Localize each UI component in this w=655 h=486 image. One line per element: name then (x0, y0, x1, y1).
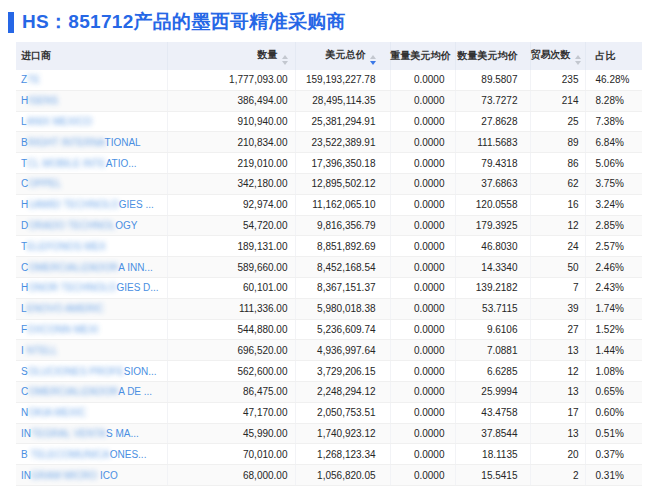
importer-name-masked: OXCONN MEXI (27, 324, 98, 335)
cell-usd: 2,248,294.12 (295, 381, 390, 402)
cell-share: 2.85% (585, 215, 642, 236)
col-header-qty[interactable]: 数量 (167, 42, 295, 70)
importer-link[interactable]: LANIX MEXICO (21, 116, 92, 127)
importer-link[interactable]: SOLUCIONES PROFESION... (21, 366, 157, 377)
cell-usd: 8,851,892.69 (295, 236, 390, 257)
importer-link[interactable]: DORADO TECHNOLOGY (21, 220, 138, 231)
importer-link[interactable]: INGRAM MICRO ICO (21, 470, 118, 481)
cell-weight_avg: 0.0000 (390, 298, 455, 319)
cell-usd: 4,936,997.64 (295, 340, 390, 361)
col-header-label: 数量 (258, 49, 278, 60)
table-row: NOKIA MEXIC47,170.002,050,753.510.000043… (16, 402, 642, 423)
importer-link[interactable]: HONOR TECHNOLOGIES D... (21, 282, 159, 293)
sort-caret-icon[interactable] (370, 55, 376, 65)
importer-name-suffix: TIONAL (105, 137, 141, 148)
table-row: SOLUCIONES PROFESION...562,600.003,729,2… (16, 361, 642, 382)
sort-caret-down-icon (575, 61, 581, 65)
importer-link[interactable]: FOXCONN MEXI (21, 324, 98, 335)
cell-usd: 9,816,356.79 (295, 215, 390, 236)
cell-qty_avg: 37.8544 (455, 423, 530, 444)
cell-trades: 86 (530, 153, 585, 174)
cell-usd: 11,162,065.10 (295, 194, 390, 215)
importer-name-masked: OMERCIALIZADOR (28, 386, 118, 397)
col-header-weight_avg: 重量美元均价 (390, 42, 455, 70)
cell-importer: FOXCONN MEXI (16, 319, 167, 340)
cell-usd: 23,522,389.91 (295, 132, 390, 153)
importer-link[interactable]: INTEGRAL VENTAS MA... (21, 428, 139, 439)
cell-importer: INTEGRAL VENTAS MA... (16, 423, 167, 444)
table-row: HUAWEI TECHNOLOGIES ...92,974.0011,162,0… (16, 194, 642, 215)
cell-importer: HUAWEI TECHNOLOGIES ... (16, 194, 167, 215)
sort-caret-up-icon (282, 55, 288, 59)
importer-link[interactable]: COMERCIALIZADORA DE ... (21, 386, 152, 397)
cell-usd: 159,193,227.78 (295, 70, 390, 90)
importer-name-masked: ONOR TECHNOLO (28, 282, 116, 293)
importer-name-suffix: S MA... (106, 428, 139, 439)
importer-link[interactable]: HISENS (21, 95, 58, 106)
cell-qty: 70,010.00 (167, 444, 295, 465)
cell-weight_avg: 0.0000 (390, 132, 455, 153)
cell-importer: I NTELL (16, 340, 167, 361)
importer-link[interactable]: COPPEL (21, 178, 62, 189)
importer-name-masked: ELEFONOS MEX (27, 241, 106, 252)
cell-qty_avg: 18.1135 (455, 444, 530, 465)
col-header-trades[interactable]: 贸易次数 (530, 42, 585, 70)
importer-name-masked: OPPEL (28, 178, 61, 189)
importer-name-prefix: S (21, 366, 28, 377)
importer-link[interactable]: BRIGHT INTERNATIONAL (21, 137, 141, 148)
importer-name-prefix: IN (21, 428, 31, 439)
cell-qty_avg: 25.9994 (455, 381, 530, 402)
cell-qty_avg: 43.4758 (455, 402, 530, 423)
cell-qty_avg: 46.8030 (455, 236, 530, 257)
cell-importer: COPPEL (16, 173, 167, 194)
cell-trades: 89 (530, 132, 585, 153)
table-row: TELEFONOS MEX189,131.008,851,892.690.000… (16, 236, 642, 257)
cell-qty: 1,777,093.00 (167, 70, 295, 90)
importer-link[interactable]: TELEFONOS MEX (21, 241, 106, 252)
importer-link[interactable]: COMERCIALIZADORA INN... (21, 262, 153, 273)
importer-link[interactable]: HUAWEI TECHNOLOGIES ... (21, 199, 154, 210)
cell-share: 0.65% (585, 381, 642, 402)
importer-link[interactable]: NOKIA MEXIC (21, 407, 86, 418)
cell-qty_avg: 120.0558 (455, 194, 530, 215)
cell-trades: 20 (530, 444, 585, 465)
cell-importer: DORADO TECHNOLOGY (16, 215, 167, 236)
importer-name-suffix: A INN... (118, 262, 152, 273)
importer-link[interactable]: LENOVO AMERIC (21, 303, 104, 314)
cell-qty: 60,101.00 (167, 277, 295, 298)
sort-caret-icon[interactable] (575, 55, 581, 65)
cell-importer: TCL MOBILE INTEATIO... (16, 153, 167, 174)
cell-weight_avg: 0.0000 (390, 444, 455, 465)
importer-name-masked: ORADO TECHNOL (28, 220, 115, 231)
importer-link[interactable]: ZTE (21, 74, 40, 85)
cell-weight_avg: 0.0000 (390, 340, 455, 361)
col-header-usd[interactable]: 美元总价 (295, 42, 390, 70)
col-header-label: 数量美元均价 (458, 50, 518, 61)
col-header-label: 重量美元均价 (391, 50, 451, 61)
cell-qty: 54,720.00 (167, 215, 295, 236)
cell-qty: 386,494.00 (167, 90, 295, 111)
cell-qty: 589,660.00 (167, 257, 295, 278)
importer-link[interactable]: I NTELL (21, 345, 58, 356)
cell-trades: 13 (530, 423, 585, 444)
cell-share: 2.46% (585, 257, 642, 278)
cell-share: 6.84% (585, 132, 642, 153)
cell-weight_avg: 0.0000 (390, 465, 455, 486)
importer-name-masked: OLUCIONES PROFE (28, 366, 124, 377)
importer-name-prefix: IN (21, 470, 31, 481)
importer-link[interactable]: TCL MOBILE INTEATIO... (21, 158, 137, 169)
importer-name-prefix: B (21, 449, 30, 460)
cell-weight_avg: 0.0000 (390, 70, 455, 90)
table-row: INTEGRAL VENTAS MA...45,990.001,740,923.… (16, 423, 642, 444)
cell-qty: 189,131.00 (167, 236, 295, 257)
cell-trades: 214 (530, 90, 585, 111)
sort-caret-up-icon (370, 55, 376, 59)
importer-name-masked: ENOVO AMERIC (27, 303, 104, 314)
importer-name-masked: TELECOMUNICA (30, 449, 109, 460)
sort-caret-icon[interactable] (282, 55, 288, 65)
cell-importer: COMERCIALIZADORA INN... (16, 257, 167, 278)
importer-name-masked: UAWEI TECHNOLO (28, 199, 119, 210)
importer-link[interactable]: B TELECOMUNICAONES... (21, 449, 146, 460)
cell-share: 1.08% (585, 361, 642, 382)
cell-usd: 25,381,294.91 (295, 111, 390, 132)
